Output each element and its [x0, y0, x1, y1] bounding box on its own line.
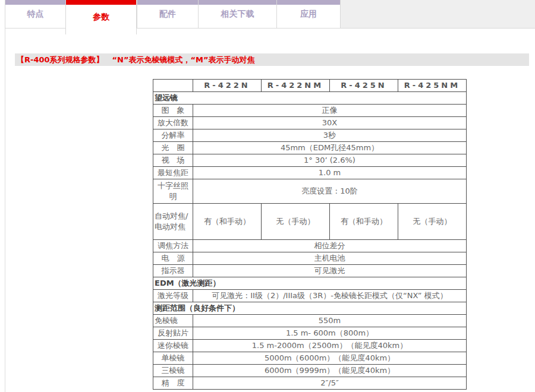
spec-value: 1.5 m-2000m（2500m）（能见度40km） — [193, 339, 467, 352]
section-row: 望远镜 — [153, 91, 467, 104]
tab-features[interactable]: 特点 — [5, 0, 65, 29]
spec-value: 1.0 m — [193, 166, 467, 179]
spec-row: 指示器可见激光 — [153, 264, 467, 277]
model-header-row: R-422NR-422NMR-425NR-425NM — [153, 80, 467, 92]
spec-value: 正像 — [193, 104, 467, 116]
tab-accessories[interactable]: 配件 — [137, 0, 198, 29]
spec-label: 十字丝照明 — [153, 179, 193, 203]
spec-row: 反射贴片1.5 m- 600m（800m） — [153, 327, 467, 339]
spec-value: 主机电池 — [193, 252, 467, 264]
tab-top-strip — [5, 0, 65, 5]
spec-row: 电 源主机电池 — [153, 252, 467, 264]
spec-row: 迷你棱镜1.5 m-2000m（2500m）（能见度40km） — [153, 339, 467, 352]
spec-row: 自动对焦/ 电动对焦有（和手动）无（手动）有（和手动）无（手动） — [153, 203, 467, 239]
spec-value: 5000m（6000m）（能见度40km） — [193, 352, 467, 364]
spec-value: 2″/5″ — [193, 377, 467, 389]
spec-value: 无（手动） — [398, 203, 467, 239]
spec-notice-note: “N”表示免棱镜模式，“M”表示手动对焦 — [112, 55, 255, 65]
tab-bar-filler — [341, 0, 535, 29]
spec-label: 迷你棱镜 — [153, 339, 193, 352]
spec-value: 1.5 m- 600m（800m） — [193, 327, 467, 339]
section-label: EDM（激光测距） — [153, 277, 467, 289]
model-name: R-422N — [193, 80, 262, 92]
spec-value: 相位差分 — [193, 239, 467, 252]
spec-label: 指示器 — [153, 264, 193, 277]
spec-label: 图 象 — [153, 104, 193, 116]
spec-label: 放大倍数 — [153, 116, 193, 129]
section-row: 测距范围（良好条件下） — [153, 302, 467, 314]
spec-value: 30X — [193, 116, 467, 129]
tab-label: 参数 — [93, 12, 109, 23]
model-name: R-425N — [330, 80, 398, 92]
section-label: 测距范围（良好条件下） — [153, 302, 467, 314]
spec-value: 550m — [193, 314, 467, 327]
spec-label: 电 源 — [153, 252, 193, 264]
spec-label: 免棱镜 — [153, 314, 193, 327]
tab-top-strip — [199, 0, 276, 5]
spec-label: 反射贴片 — [153, 327, 193, 339]
spec-notice-title: 【R-400系列规格参数】 — [17, 55, 104, 65]
spec-row: 三棱镜6000m（9999m）（能见度40km） — [153, 364, 467, 377]
spec-label: 自动对焦/ 电动对焦 — [153, 203, 193, 239]
spec-row: 调焦方法相位差分 — [153, 239, 467, 252]
spec-value: 1° 30’ (2.6%) — [193, 154, 467, 166]
spec-row: 放大倍数30X — [153, 116, 467, 129]
spec-notice-bar: 【R-400系列规格参数】 “N”表示免棱镜模式，“M”表示手动对焦 — [15, 53, 529, 66]
spec-row: 单棱镜5000m（6000m）（能见度40km） — [153, 352, 467, 364]
spec-row: 免棱镜550m — [153, 314, 467, 327]
model-name: R-422NM — [262, 80, 330, 92]
spec-row: 最短焦距1.0 m — [153, 166, 467, 179]
spec-label: 调焦方法 — [153, 239, 193, 252]
spec-value: 可见激光：II级（2）/IIIa级（3R）-免棱镜长距模式（仅“NX” 模式） — [193, 289, 467, 302]
section-label: 望远镜 — [153, 91, 467, 104]
spec-row: 图 象正像 — [153, 104, 467, 116]
spec-row: 十字丝照明亮度设置：10阶 — [153, 179, 467, 203]
model-header-empty-cell — [153, 80, 193, 92]
spec-row: 激光等级可见激光：II级（2）/IIIa级（3R）-免棱镜长距模式（仅“NX” … — [153, 289, 467, 302]
tab-applications[interactable]: 应用 — [276, 0, 341, 29]
spec-label: 精 度 — [153, 377, 193, 389]
spec-table: R-422NR-422NMR-425NR-425NM望远镜图 象正像放大倍数30… — [153, 79, 467, 390]
spec-label: 分解率 — [153, 129, 193, 141]
spec-value: 有（和手动） — [330, 203, 398, 239]
spec-row: 分解率3秒 — [153, 129, 467, 141]
spec-value: 可见激光 — [193, 264, 467, 277]
spec-value: 45mm（EDM孔径45mm） — [193, 141, 467, 154]
spec-label: 光 圈 — [153, 141, 193, 154]
tab-label: 特点 — [27, 9, 44, 20]
active-tab-indicator — [66, 0, 136, 5]
tab-label: 相关下载 — [221, 9, 254, 20]
tab-parameters[interactable]: 参数 — [65, 0, 137, 34]
spec-label: 三棱镜 — [153, 364, 193, 377]
tab-label: 应用 — [300, 9, 317, 20]
tab-top-strip — [137, 0, 198, 5]
spec-value: 无（手动） — [262, 203, 330, 239]
spec-row: 视 场1° 30’ (2.6%) — [153, 154, 467, 166]
content-left-border — [5, 0, 5, 392]
spec-value: 有（和手动） — [193, 203, 262, 239]
spec-label: 单棱镜 — [153, 352, 193, 364]
spec-value: 3秒 — [193, 129, 467, 141]
spec-label: 最短焦距 — [153, 166, 193, 179]
tab-bar: 特点 参数 配件 相关下载 应用 — [5, 0, 341, 34]
spec-label: 视 场 — [153, 154, 193, 166]
spec-value: 亮度设置：10阶 — [193, 179, 467, 203]
spec-value: 6000m（9999m）（能见度40km） — [193, 364, 467, 377]
spec-label: 激光等级 — [153, 289, 193, 302]
tab-top-strip — [277, 0, 340, 5]
spec-row: 光 圈45mm（EDM孔径45mm） — [153, 141, 467, 154]
tab-downloads[interactable]: 相关下载 — [198, 0, 276, 29]
model-name: R-425NM — [398, 80, 467, 92]
spec-row: 精 度2″/5″ — [153, 377, 467, 389]
section-row: EDM（激光测距） — [153, 277, 467, 289]
tab-label: 配件 — [159, 9, 176, 20]
